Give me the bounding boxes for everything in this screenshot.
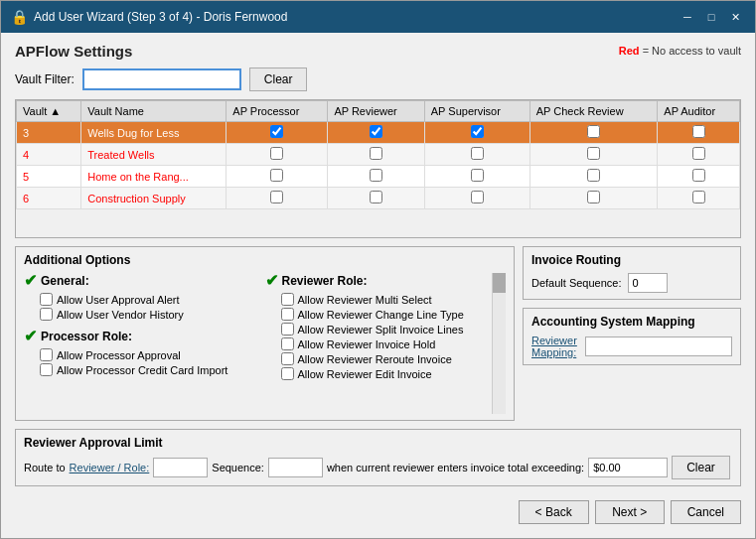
col-ap-auditor: AP Auditor (658, 101, 740, 122)
option-change-line: Allow Reviewer Change Line Type (281, 308, 493, 321)
col-ap-check-review: AP Check Review (529, 101, 658, 122)
when-label: when current reviewer enters invoice tot… (327, 462, 584, 473)
window-icon: 🔒 (11, 9, 28, 25)
scrollbar-thumb[interactable] (493, 273, 506, 293)
vault-filter-label: Vault Filter: (15, 72, 75, 86)
options-right-col: ✔ Reviewer Role: Allow Reviewer Multi Se… (265, 273, 493, 412)
vault-filter-row: Vault Filter: Clear (15, 67, 741, 91)
routing-row: Default Sequence: (531, 273, 732, 293)
maximize-button[interactable]: □ (701, 7, 721, 27)
checkbox-edit-invoice[interactable] (281, 367, 294, 380)
option-invoice-hold: Allow Reviewer Invoice Hold (281, 337, 493, 350)
reviewer-role-input[interactable] (153, 458, 208, 477)
label-change-line: Allow Reviewer Change Line Type (298, 309, 464, 321)
back-button[interactable]: < Back (519, 500, 589, 524)
reviewer-check-icon: ✔ (265, 273, 278, 289)
checkbox-vendor-history[interactable] (40, 308, 53, 321)
table-row[interactable]: 5Home on the Rang... (17, 166, 740, 188)
checkbox-credit-card[interactable] (40, 363, 53, 376)
checkbox-processor-approval[interactable] (40, 348, 53, 361)
reviewer-role-label: Reviewer Role: (282, 274, 368, 288)
legend-red: Red (619, 45, 640, 57)
processor-check-icon: ✔ (24, 329, 37, 344)
invoice-routing-panel: Invoice Routing Default Sequence: (523, 246, 741, 300)
footer-buttons: < Back Next > Cancel (15, 494, 741, 528)
col-vault[interactable]: Vault ▲ (17, 101, 81, 122)
options-right-wrapper: ✔ Reviewer Role: Allow Reviewer Multi Se… (265, 273, 507, 414)
label-processor-approval: Allow Processor Approval (57, 349, 181, 361)
label-invoice-hold: Allow Reviewer Invoice Hold (298, 338, 436, 350)
reviewer-approval-panel: Reviewer Approval Limit Route to Reviewe… (15, 429, 741, 486)
label-vendor-history: Allow User Vendor History (57, 309, 184, 321)
vault-filter-input[interactable] (82, 68, 241, 90)
accounting-mapping-panel: Accounting System Mapping Reviewer Mappi… (523, 308, 741, 365)
option-vendor-history: Allow User Vendor History (40, 308, 265, 321)
invoice-routing-title: Invoice Routing (531, 253, 732, 267)
checkbox-multi-select[interactable] (281, 293, 294, 306)
cancel-button[interactable]: Cancel (671, 500, 741, 524)
window-title: Add User Wizard (Step 3 of 4) - Doris Fe… (34, 10, 287, 24)
general-label: General: (41, 274, 89, 288)
minimize-button[interactable]: ─ (678, 7, 697, 27)
reviewer-mapping-input[interactable] (585, 337, 732, 356)
label-approval-alert: Allow User Approval Alert (57, 294, 180, 306)
general-check-icon: ✔ (24, 273, 37, 289)
options-scrollbar[interactable] (492, 273, 506, 414)
accounting-title: Accounting System Mapping (531, 315, 732, 329)
legend-text: Red = No access to vault (619, 45, 741, 57)
amount-input[interactable] (588, 458, 668, 477)
main-window: 🔒 Add User Wizard (Step 3 of 4) - Doris … (0, 0, 756, 539)
label-split-invoice: Allow Reviewer Split Invoice Lines (298, 324, 464, 336)
reviewer-mapping-link[interactable]: Reviewer Mapping: (531, 335, 581, 358)
checkbox-reroute[interactable] (281, 352, 294, 365)
additional-options-title: Additional Options (24, 253, 506, 267)
label-edit-invoice: Allow Reviewer Edit Invoice (298, 368, 432, 380)
checkbox-change-line[interactable] (281, 308, 294, 321)
default-sequence-input[interactable] (628, 273, 668, 293)
page-title: APFlow Settings (15, 43, 132, 60)
option-reroute: Allow Reviewer Reroute Invoice (281, 352, 493, 365)
label-multi-select: Allow Reviewer Multi Select (298, 294, 432, 306)
option-edit-invoice: Allow Reviewer Edit Invoice (281, 367, 493, 380)
right-panels: Invoice Routing Default Sequence: Accoun… (523, 246, 741, 421)
reviewer-role-link[interactable]: Reviewer / Role: (70, 462, 150, 473)
close-button[interactable]: ✕ (725, 7, 745, 27)
vault-table: Vault ▲ Vault Name AP Processor AP Revie… (16, 100, 740, 209)
additional-options-panel: Additional Options ✔ General: Allow User… (15, 246, 515, 421)
reviewer-clear-button[interactable]: Clear (672, 456, 730, 479)
title-bar-left: 🔒 Add User Wizard (Step 3 of 4) - Doris … (11, 9, 287, 25)
general-header: ✔ General: (24, 273, 265, 289)
table-row[interactable]: 3Wells Dug for Less (17, 122, 740, 144)
next-button[interactable]: Next > (595, 500, 665, 524)
col-ap-reviewer: AP Reviewer (328, 101, 424, 122)
col-ap-processor: AP Processor (227, 101, 328, 122)
sequence-label: Sequence: (212, 462, 264, 473)
label-credit-card: Allow Processor Credit Card Import (57, 364, 227, 376)
col-ap-supervisor: AP Supervisor (424, 101, 529, 122)
reviewer-role-header: ✔ Reviewer Role: (265, 273, 493, 289)
option-multi-select: Allow Reviewer Multi Select (281, 293, 493, 306)
table-row[interactable]: 6Construction Supply (17, 188, 740, 209)
reviewer-approval-title: Reviewer Approval Limit (24, 436, 732, 450)
title-controls: ─ □ ✕ (678, 7, 745, 27)
label-reroute: Allow Reviewer Reroute Invoice (298, 353, 452, 365)
reviewer-row: Route to Reviewer / Role: Sequence: when… (24, 456, 732, 479)
default-sequence-label: Default Sequence: (531, 277, 622, 289)
vault-table-container: Vault ▲ Vault Name AP Processor AP Revie… (15, 99, 741, 238)
col-vault-name: Vault Name (81, 101, 227, 122)
options-columns: ✔ General: Allow User Approval Alert All… (24, 273, 506, 414)
option-approval-alert: Allow User Approval Alert (40, 293, 265, 306)
checkbox-split-invoice[interactable] (281, 323, 294, 336)
table-row[interactable]: 4Treated Wells (17, 144, 740, 166)
option-processor-approval: Allow Processor Approval (40, 348, 265, 361)
checkbox-invoice-hold[interactable] (281, 337, 294, 350)
legend-description: = No access to vault (643, 45, 741, 57)
checkbox-approval-alert[interactable] (40, 293, 53, 306)
processor-role-label: Processor Role: (41, 330, 132, 343)
title-bar: 🔒 Add User Wizard (Step 3 of 4) - Doris … (1, 1, 755, 33)
sequence-input[interactable] (268, 458, 323, 477)
content-area: APFlow Settings Red = No access to vault… (1, 33, 755, 538)
vault-filter-clear-button[interactable]: Clear (249, 67, 308, 91)
option-split-invoice: Allow Reviewer Split Invoice Lines (281, 323, 493, 336)
processor-role-header: ✔ Processor Role: (24, 329, 265, 344)
